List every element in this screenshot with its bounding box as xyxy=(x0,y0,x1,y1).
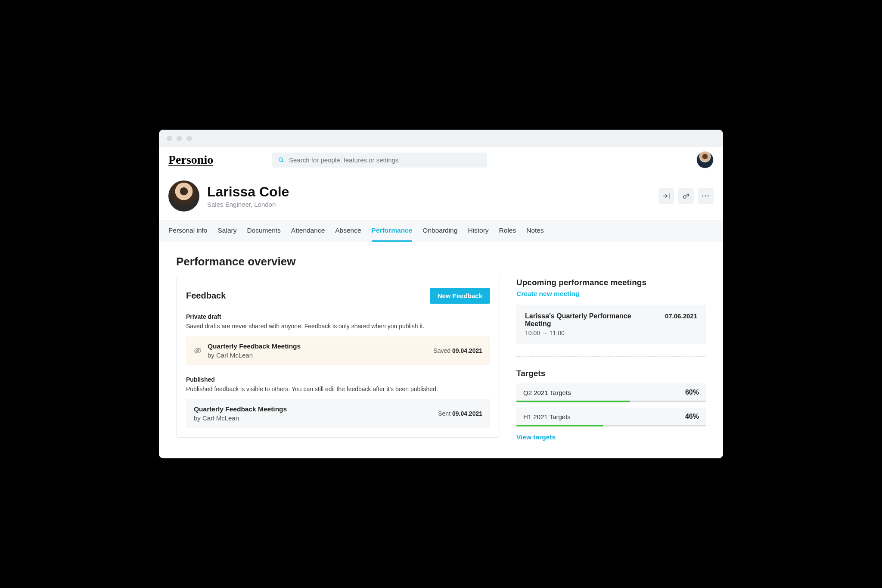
progress-fill xyxy=(516,425,603,426)
target-item[interactable]: H1 2021 Targets 46% xyxy=(516,408,706,426)
search-box[interactable] xyxy=(272,152,487,168)
target-percent: 46% xyxy=(685,413,699,420)
target-label: H1 2021 Targets xyxy=(523,413,685,420)
window-dot xyxy=(177,136,182,141)
svg-point-0 xyxy=(279,158,283,162)
progress-bar xyxy=(516,425,706,426)
tab-attendance[interactable]: Attendance xyxy=(291,221,325,242)
feedback-published-item[interactable]: Quarterly Feedback Meetings by Carl McLe… xyxy=(186,399,490,428)
content-area: Performance overview Feedback New Feedba… xyxy=(159,242,723,458)
feedback-card: Feedback New Feedback Private draft Save… xyxy=(176,278,500,438)
tab-salary[interactable]: Salary xyxy=(217,221,236,242)
app-window: Personio Larissa Cole Sales Engineer, Lo… xyxy=(159,130,723,458)
more-button[interactable]: ··· xyxy=(698,188,714,204)
published-desc: Published feedback is visible to others.… xyxy=(186,386,490,392)
tab-personal-info[interactable]: Personal info xyxy=(168,221,207,242)
profile-avatar[interactable] xyxy=(168,180,199,212)
meeting-item[interactable]: Larissa's Quarterly Performance Meeting … xyxy=(516,305,706,344)
eye-off-icon xyxy=(194,347,202,355)
page-title: Performance overview xyxy=(176,255,706,268)
search-icon xyxy=(278,156,285,164)
view-targets-link[interactable]: View targets xyxy=(516,433,706,441)
tab-performance[interactable]: Performance xyxy=(372,221,413,242)
profile-name: Larissa Cole xyxy=(207,184,289,200)
progress-bar xyxy=(516,401,706,402)
window-titlebar xyxy=(159,130,723,147)
profile-header: Larissa Cole Sales Engineer, London ··· xyxy=(159,173,723,220)
meeting-item-date: 07.06.2021 xyxy=(665,312,697,320)
tab-roles[interactable]: Roles xyxy=(499,221,516,242)
top-bar: Personio xyxy=(159,147,723,173)
draft-desc: Saved drafts are never shared with anyon… xyxy=(186,323,490,330)
published-label: Published xyxy=(186,376,490,383)
profile-role: Sales Engineer, London xyxy=(207,201,289,208)
window-dot xyxy=(167,136,172,141)
meeting-item-title: Larissa's Quarterly Performance Meeting xyxy=(525,312,659,328)
svg-point-2 xyxy=(683,196,686,198)
tab-absence[interactable]: Absence xyxy=(335,221,361,242)
window-dot xyxy=(186,136,192,141)
login-icon xyxy=(662,192,670,200)
tab-notes[interactable]: Notes xyxy=(526,221,544,242)
pub-item-author: by Carl McLean xyxy=(194,414,432,422)
key-icon xyxy=(682,192,690,200)
tab-documents[interactable]: Documents xyxy=(247,221,280,242)
create-meeting-link[interactable]: Create new meeting xyxy=(516,290,706,298)
meetings-title: Upcoming performance meetings xyxy=(516,278,706,287)
targets-title: Targets xyxy=(516,369,706,378)
svg-line-1 xyxy=(282,161,283,162)
login-as-button[interactable] xyxy=(658,188,674,204)
target-label: Q2 2021 Targets xyxy=(523,389,685,396)
draft-item-author: by Carl McLean xyxy=(208,352,427,359)
tab-onboarding[interactable]: Onboarding xyxy=(422,221,457,242)
feedback-draft-item[interactable]: Quarterly Feedback Meetings by Carl McLe… xyxy=(186,336,490,365)
progress-fill xyxy=(516,401,630,402)
target-percent: 60% xyxy=(685,389,699,396)
search-input[interactable] xyxy=(289,156,481,164)
key-button[interactable] xyxy=(678,188,694,204)
meeting-item-time: 10:00 → 11:00 xyxy=(525,330,659,336)
pub-item-meta: Sent 09.04.2021 xyxy=(438,410,482,417)
tab-history[interactable]: History xyxy=(468,221,488,242)
header-actions: ··· xyxy=(658,188,714,204)
feedback-title: Feedback xyxy=(186,291,226,301)
profile-info: Larissa Cole Sales Engineer, London xyxy=(207,184,289,208)
new-feedback-button[interactable]: New Feedback xyxy=(430,288,490,304)
draft-item-meta: Saved 09.04.2021 xyxy=(433,347,482,354)
more-icon: ··· xyxy=(702,192,710,200)
pub-item-title: Quarterly Feedback Meetings xyxy=(194,405,432,413)
current-user-avatar[interactable] xyxy=(696,151,714,168)
divider xyxy=(516,356,706,357)
target-item[interactable]: Q2 2021 Targets 60% xyxy=(516,383,706,402)
draft-item-title: Quarterly Feedback Meetings xyxy=(208,342,427,350)
tab-bar: Personal info Salary Documents Attendanc… xyxy=(159,220,723,242)
draft-label: Private draft xyxy=(186,313,490,320)
logo[interactable]: Personio xyxy=(168,153,220,167)
